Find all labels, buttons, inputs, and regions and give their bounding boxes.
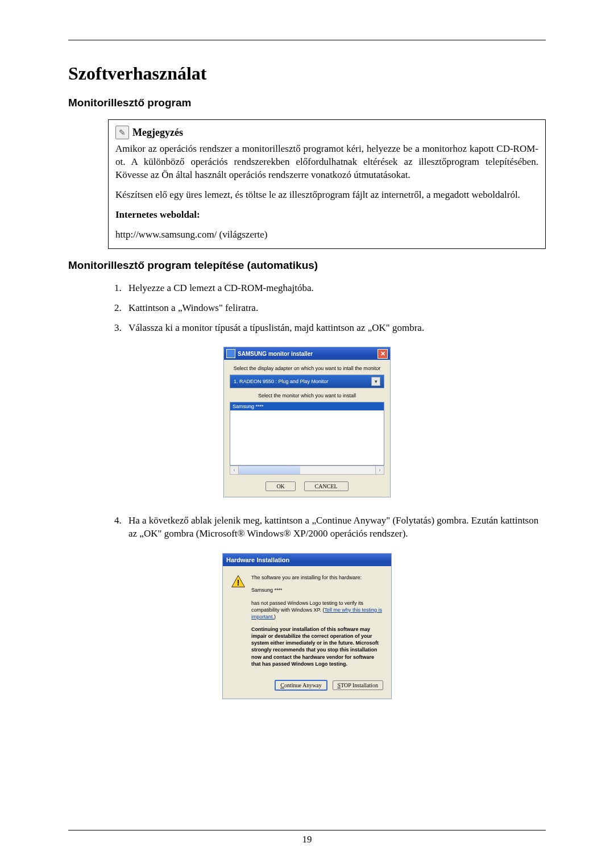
install-steps-cont: Ha a következő ablak jelenik meg, kattin… — [108, 514, 546, 541]
note-title: Megjegyzés — [132, 127, 183, 139]
hw-line1: The software you are installing for this… — [251, 574, 383, 581]
page-title: Szoftverhasználat — [68, 63, 546, 84]
install-steps: Helyezze a CD lemezt a CD-ROM-meghajtóba… — [108, 282, 546, 335]
section-heading-driver: Monitorillesztő program — [68, 97, 546, 109]
adapter-select[interactable]: 1. RADEON 9550 : Plug and Play Monitor ▾ — [230, 375, 384, 388]
scroll-right-icon[interactable]: › — [375, 466, 384, 475]
adapter-hint: Select the display adapter on which you … — [230, 366, 384, 371]
continue-anyway-button[interactable]: Continue Anyway — [275, 680, 327, 691]
step-2: Kattintson a „Windows" feliratra. — [124, 302, 546, 315]
stop-installation-button[interactable]: STOP Installation — [333, 680, 383, 690]
top-rule — [68, 40, 546, 40]
ok-button[interactable]: OK — [265, 481, 295, 491]
monitor-list[interactable]: Samsung **** — [230, 402, 384, 466]
hw-device: Samsung **** — [251, 587, 383, 593]
dialog-app-icon — [226, 349, 235, 358]
footer-rule — [68, 830, 546, 830]
svg-text:!: ! — [237, 578, 240, 587]
note-website-url: http://www.samsung.com/ (világszerte) — [115, 229, 538, 242]
hw-logo-test: has not passed Windows Logo testing to v… — [251, 600, 383, 620]
list-item[interactable]: Samsung **** — [230, 402, 384, 410]
page-number: 19 — [68, 834, 546, 845]
hardware-install-dialog: Hardware Installation ! The software you… — [222, 553, 392, 699]
note-website-label: Internetes weboldal: — [115, 209, 538, 222]
note-paragraph-1: Amikor az operációs rendszer a monitoril… — [115, 143, 538, 182]
dialog-titlebar: SAMSUNG monitor installer ✕ — [224, 347, 390, 360]
close-icon[interactable]: ✕ — [377, 349, 388, 359]
section-heading-install: Monitorillesztő program telepítése (auto… — [68, 259, 546, 272]
page-footer: 19 — [0, 830, 614, 845]
samsung-installer-dialog: SAMSUNG monitor installer ✕ Select the d… — [223, 347, 391, 497]
monitor-hint: Select the monitor which you want to ins… — [230, 393, 384, 398]
dialog-title: Hardware Installation — [226, 556, 289, 563]
dialog-titlebar: Hardware Installation — [223, 554, 391, 566]
scroll-left-icon[interactable]: ‹ — [230, 466, 239, 475]
note-paragraph-2: Készítsen elő egy üres lemezt, és töltse… — [115, 189, 538, 202]
note-box: ✎ Megjegyzés Amikor az operációs rendsze… — [108, 119, 546, 249]
note-icon: ✎ — [115, 126, 129, 139]
hw-warning-bold: Continuing your installation of this sof… — [251, 626, 383, 667]
chevron-down-icon[interactable]: ▾ — [371, 377, 380, 386]
dialog-title: SAMSUNG monitor installer — [226, 349, 313, 358]
cancel-button[interactable]: CANCEL — [304, 481, 349, 491]
horizontal-scrollbar[interactable]: ‹ › — [230, 466, 384, 475]
step-3: Válassza ki a monitor típusát a típuslis… — [124, 322, 546, 335]
step-1: Helyezze a CD lemezt a CD-ROM-meghajtóba… — [124, 282, 546, 295]
step-4: Ha a következő ablak jelenik meg, kattin… — [124, 514, 546, 541]
warning-icon: ! — [231, 574, 246, 589]
document-page: Szoftverhasználat Monitorillesztő progra… — [0, 0, 614, 868]
